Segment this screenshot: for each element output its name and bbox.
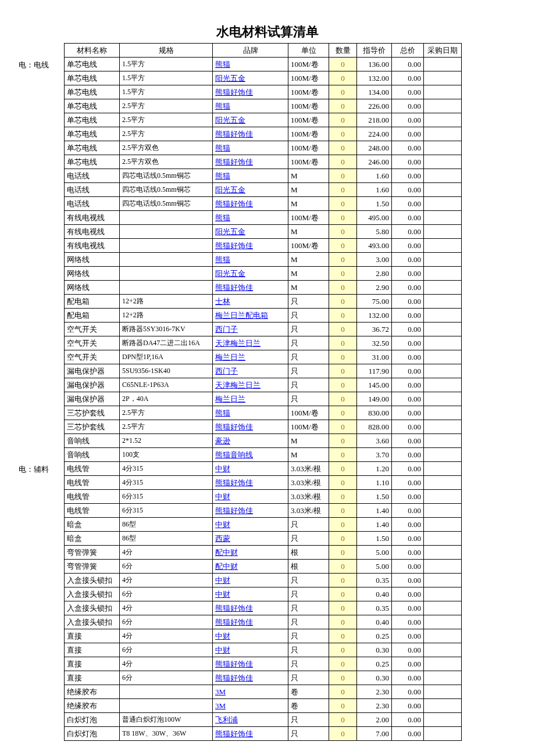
brand-link[interactable]: 豪逊 bbox=[215, 436, 230, 445]
cell-date[interactable] bbox=[424, 532, 462, 546]
cell-date[interactable] bbox=[424, 281, 462, 295]
cell-qty[interactable]: 0 bbox=[329, 295, 357, 309]
cell-qty[interactable]: 0 bbox=[329, 183, 357, 197]
brand-link[interactable]: 梅兰日兰 bbox=[215, 353, 245, 361]
cell-qty[interactable]: 0 bbox=[329, 323, 357, 336]
cell-date[interactable] bbox=[424, 211, 462, 225]
cell-qty[interactable]: 0 bbox=[329, 504, 357, 518]
cell-date[interactable] bbox=[424, 713, 462, 727]
cell-date[interactable] bbox=[424, 490, 462, 504]
cell-qty[interactable]: 0 bbox=[329, 643, 357, 657]
cell-qty[interactable]: 0 bbox=[329, 657, 357, 671]
cell-date[interactable] bbox=[424, 113, 462, 127]
cell-qty[interactable]: 0 bbox=[329, 309, 357, 323]
cell-date[interactable] bbox=[424, 587, 462, 601]
brand-link[interactable]: 熊猫好饰佳 bbox=[215, 157, 253, 166]
brand-link[interactable]: 熊猫 bbox=[215, 409, 230, 417]
brand-link[interactable]: 熊猫好饰佳 bbox=[215, 130, 253, 138]
cell-qty[interactable]: 0 bbox=[329, 253, 357, 267]
cell-date[interactable] bbox=[424, 560, 462, 574]
cell-qty[interactable]: 0 bbox=[329, 699, 357, 713]
cell-date[interactable] bbox=[424, 85, 462, 99]
brand-link[interactable]: 熊猫 bbox=[215, 60, 230, 69]
cell-date[interactable] bbox=[424, 448, 462, 462]
cell-date[interactable] bbox=[424, 727, 462, 741]
brand-link[interactable]: 熊猫好饰佳 bbox=[215, 660, 253, 668]
cell-qty[interactable]: 0 bbox=[329, 574, 357, 587]
brand-link[interactable]: 梅兰日兰 bbox=[215, 395, 245, 403]
cell-date[interactable] bbox=[424, 476, 462, 490]
brand-link[interactable]: 熊猫好饰佳 bbox=[215, 199, 253, 208]
brand-link[interactable]: 熊猫好饰佳 bbox=[215, 673, 253, 682]
brand-link[interactable]: 阳光五金 bbox=[215, 185, 245, 194]
cell-qty[interactable]: 0 bbox=[329, 155, 357, 169]
cell-date[interactable] bbox=[424, 336, 462, 350]
brand-link[interactable]: 熊猫好饰佳 bbox=[215, 604, 253, 612]
cell-qty[interactable]: 0 bbox=[329, 378, 357, 392]
brand-link[interactable]: 熊猫好饰佳 bbox=[215, 241, 253, 250]
brand-link[interactable]: 中财 bbox=[215, 590, 230, 599]
cell-date[interactable] bbox=[424, 392, 462, 406]
cell-date[interactable] bbox=[424, 643, 462, 657]
brand-link[interactable]: 阳光五金 bbox=[215, 227, 245, 236]
brand-link[interactable]: 配中财 bbox=[215, 562, 238, 571]
cell-qty[interactable]: 0 bbox=[329, 727, 357, 741]
cell-date[interactable] bbox=[424, 671, 462, 685]
brand-link[interactable]: 中财 bbox=[215, 520, 230, 529]
brand-link[interactable]: 阳光五金 bbox=[215, 116, 245, 124]
brand-link[interactable]: 中财 bbox=[215, 646, 230, 654]
cell-qty[interactable]: 0 bbox=[329, 462, 357, 476]
cell-date[interactable] bbox=[424, 239, 462, 253]
brand-link[interactable]: 西门子 bbox=[215, 325, 238, 334]
brand-link[interactable]: 熊猫好饰佳 bbox=[215, 478, 253, 487]
brand-link[interactable]: 熊猫音响线 bbox=[215, 450, 253, 459]
cell-qty[interactable]: 0 bbox=[329, 392, 357, 406]
brand-link[interactable]: 3M bbox=[215, 687, 226, 696]
cell-qty[interactable]: 0 bbox=[329, 560, 357, 574]
cell-date[interactable] bbox=[424, 615, 462, 629]
cell-qty[interactable]: 0 bbox=[329, 113, 357, 127]
cell-qty[interactable]: 0 bbox=[329, 336, 357, 350]
brand-link[interactable]: 熊猫好饰佳 bbox=[215, 283, 253, 292]
cell-date[interactable] bbox=[424, 225, 462, 239]
cell-qty[interactable]: 0 bbox=[329, 615, 357, 629]
cell-qty[interactable]: 0 bbox=[329, 448, 357, 462]
cell-qty[interactable]: 0 bbox=[329, 99, 357, 113]
brand-link[interactable]: 中财 bbox=[215, 576, 230, 585]
cell-qty[interactable]: 0 bbox=[329, 434, 357, 448]
brand-link[interactable]: 天津梅兰日兰 bbox=[215, 339, 261, 347]
cell-qty[interactable]: 0 bbox=[329, 85, 357, 99]
brand-link[interactable]: 士林 bbox=[215, 297, 230, 306]
cell-date[interactable] bbox=[424, 309, 462, 323]
cell-qty[interactable]: 0 bbox=[329, 58, 357, 71]
cell-qty[interactable]: 0 bbox=[329, 211, 357, 225]
cell-qty[interactable]: 0 bbox=[329, 71, 357, 85]
brand-link[interactable]: 3M bbox=[215, 701, 226, 710]
brand-link[interactable]: 西门子 bbox=[215, 367, 238, 375]
cell-date[interactable] bbox=[424, 71, 462, 85]
cell-qty[interactable]: 0 bbox=[329, 532, 357, 546]
cell-date[interactable] bbox=[424, 685, 462, 699]
cell-date[interactable] bbox=[424, 518, 462, 532]
cell-date[interactable] bbox=[424, 127, 462, 141]
cell-qty[interactable]: 0 bbox=[329, 281, 357, 295]
brand-link[interactable]: 中财 bbox=[215, 632, 230, 640]
cell-date[interactable] bbox=[424, 169, 462, 183]
cell-qty[interactable]: 0 bbox=[329, 267, 357, 281]
cell-date[interactable] bbox=[424, 657, 462, 671]
cell-qty[interactable]: 0 bbox=[329, 546, 357, 560]
brand-link[interactable]: 熊猫 bbox=[215, 171, 230, 180]
brand-link[interactable]: 熊猫 bbox=[215, 213, 230, 222]
cell-date[interactable] bbox=[424, 197, 462, 211]
cell-qty[interactable]: 0 bbox=[329, 587, 357, 601]
brand-link[interactable]: 配中财 bbox=[215, 548, 238, 557]
cell-date[interactable] bbox=[424, 462, 462, 476]
cell-date[interactable] bbox=[424, 58, 462, 71]
brand-link[interactable]: 熊猫 bbox=[215, 144, 230, 152]
cell-qty[interactable]: 0 bbox=[329, 169, 357, 183]
cell-qty[interactable]: 0 bbox=[329, 350, 357, 364]
cell-date[interactable] bbox=[424, 434, 462, 448]
brand-link[interactable]: 熊猫好饰佳 bbox=[215, 729, 253, 738]
cell-date[interactable] bbox=[424, 323, 462, 336]
cell-date[interactable] bbox=[424, 295, 462, 309]
